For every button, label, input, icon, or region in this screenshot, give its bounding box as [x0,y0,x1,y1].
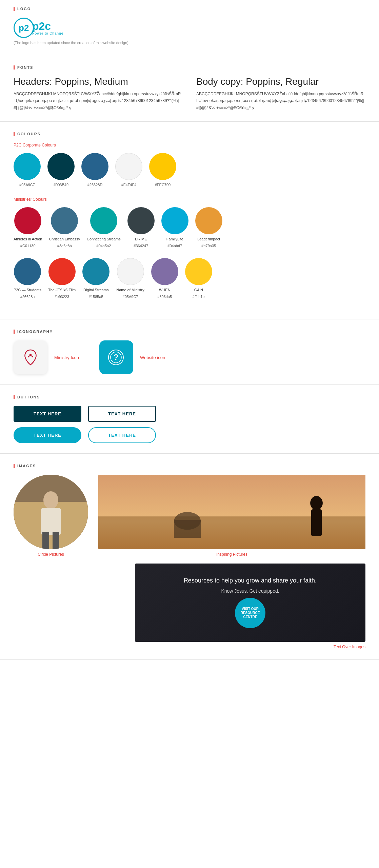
iconography-section: ICONOGRAPHY Ministry Icon ? Website icon [0,319,379,385]
colour-name: WHEN [159,288,171,292]
colour-name: FamilyLife [166,237,183,241]
ministry-icon [20,347,41,368]
logo-note: (The logo has been updated since the cre… [14,41,365,45]
colour-item: #F4F4F4 [115,153,142,187]
logo-circle: p2 [14,18,34,38]
colour-circle [90,207,117,234]
p2c-logo: p2 p2c Power to Change [14,18,365,38]
colour-circle [195,207,222,234]
fonts-section: FONTS Headers: Poppins, Medium ABCÇCDDEF… [0,55,379,122]
body-font-block: Body copy: Poppins, Regular ABCÇCDDEFGHI… [196,76,365,111]
website-icon-item: ? Website icon [99,340,165,374]
header-font-chars: ABCÇCDDEFGHIJKLMNOPQRSŠTUVWXYZŽabcćčddef… [14,91,183,111]
colour-item-christian: Christian Embassy #3a6e8b [49,207,80,248]
colour-item: #26628D [81,153,108,187]
p2c-icon: p2 [17,21,30,34]
ministries-label: Ministries' Colours [14,197,365,202]
colour-hex: #26628a [20,295,35,299]
images-grid: Circle Pictures [14,475,365,649]
corporate-label: P2C Corporate Colours [14,143,365,147]
dark-banner-button[interactable]: VISIT OUR RESOURCE CENTRE [235,598,265,628]
svg-text:?: ? [114,353,119,362]
dark-banner: Resources to help you grow and share you… [135,564,365,642]
svg-rect-17 [174,520,201,538]
colours-section: COLOURS P2C Corporate Colours #05A9C7 #0… [0,122,379,319]
fonts-label: FONTS [14,65,365,70]
logo-section: LOGO p2 p2c Power to Change (The logo ha… [0,0,379,55]
colour-name: Connecting Streams [87,237,121,241]
svg-rect-15 [311,509,322,536]
dark-banner-title: Resources to help you grow and share you… [184,577,317,584]
colour-item: #FEC700 [149,153,176,187]
svg-point-14 [310,496,323,510]
images-row2: Resources to help you grow and share you… [14,564,365,649]
svg-text:p2: p2 [19,23,29,33]
circle-caption: Circle Pictures [38,552,64,557]
iconography-label: ICONOGRAPHY [14,330,365,334]
colour-name: Athletes in Action [14,237,42,241]
images-label: IMAGES [14,464,365,468]
btn-outline-dark-1[interactable]: TEXT HERE [88,406,156,422]
colour-hex: #04a5a2 [97,244,111,248]
colour-hex: #05A9C7 [123,295,138,299]
colour-hex: #26628D [87,183,103,187]
svg-point-1 [29,354,32,356]
rect-col: Inspiring Pictures [98,475,365,557]
colour-hex: #e79a35 [201,244,216,248]
colour-hex: #e93223 [55,295,69,299]
colour-hex: #003B49 [54,183,68,187]
colour-item-familylife: FamilyLife #04abd7 [161,207,188,248]
colour-name: The JESUS Film [48,288,76,292]
colour-item-digital: Digital Streams #1585a5 [82,258,109,299]
colour-name: Digital Streams [83,288,109,292]
colour-circle [81,153,108,180]
colour-item-connecting: Connecting Streams #04a5a2 [87,207,121,248]
colour-hex: #806da5 [157,295,172,299]
ministry-icon-label: Ministry Icon [54,355,79,360]
colour-hex: #F4F4F4 [121,183,137,187]
svg-rect-9 [41,508,61,535]
colour-item-name-of-ministry: Name of Ministry #05A9C7 [116,258,144,299]
colour-circle [51,207,78,234]
body-font-chars: ABCÇCDDEFGHIJKLMNOPQRSŠTUVWXYZŽabcćčddef… [196,91,365,111]
colour-circle [14,258,41,285]
ministries-colour-row2: P2C — Students #26628a The JESUS Film #e… [14,258,365,299]
svg-point-8 [43,491,58,509]
svg-rect-10 [42,532,49,549]
colour-hex: #04abd7 [167,244,182,248]
colour-hex: #ffcb1e [193,295,205,299]
buttons-label: BUTTONS [14,395,365,399]
colour-circle [14,207,41,234]
header-font-block: Headers: Poppins, Medium ABCÇCDDEFGHIJKL… [14,76,183,111]
colour-item-p2c-students: P2C — Students #26628a [14,258,41,299]
colour-hex: #05A9C7 [19,183,35,187]
colour-circle [47,153,75,180]
rect-placeholder-svg [98,475,365,549]
btn-solid-teal-1[interactable]: TEXT HERE [14,427,81,443]
svg-rect-13 [98,516,365,549]
btn-solid-dark-1[interactable]: TEXT HERE [14,406,81,422]
colour-item: #003B49 [47,153,75,187]
colour-circle [185,258,212,285]
buttons-section: BUTTONS TEXT HERE TEXT HERE TEXT HERE TE… [0,385,379,454]
header-font-title: Headers: Poppins, Medium [14,76,183,87]
colour-hex: #1585a5 [89,295,103,299]
btn-outline-teal-1[interactable]: TEXT HERE [88,427,156,443]
colour-item-athletes: Athletes in Action #C01130 [14,207,42,248]
colour-item-drime: DRIME #364247 [127,207,155,248]
colour-name: GAiN [194,288,203,292]
images-section: IMAGES Circle Pictures [0,454,379,660]
colour-circle [127,207,155,234]
website-icon-label: Website icon [140,355,165,360]
logo-label: LOGO [14,7,365,11]
logo-text-group: p2c Power to Change [32,21,63,35]
logo-p2c: p2c [32,21,63,32]
rect-image [98,475,365,549]
colour-name: Christian Embassy [49,237,80,241]
colour-circle [14,153,41,180]
dark-banner-subtitle: Know Jesus. Get equipped. [221,588,279,594]
circle-placeholder-svg [14,475,88,549]
ministry-icon-item: Ministry Icon [14,340,79,374]
button-grid: TEXT HERE TEXT HERE TEXT HERE TEXT HERE [14,406,365,443]
dark-banner-col: Resources to help you grow and share you… [135,564,365,649]
